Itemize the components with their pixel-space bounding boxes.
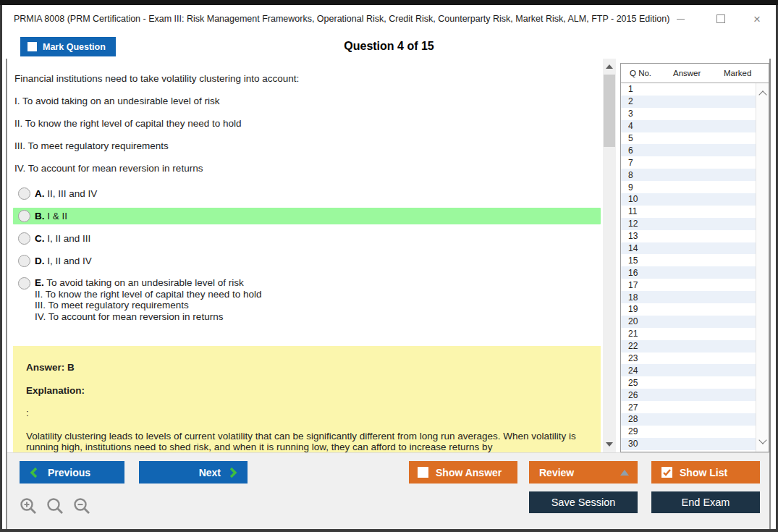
question-list-row[interactable]: 14 xyxy=(621,242,756,255)
answer-explanation-panel: Answer: B Explanation: : Volatility clus… xyxy=(13,346,601,452)
zoom-out-icon[interactable] xyxy=(72,497,92,516)
content-frame: Financial institutions need to take vola… xyxy=(6,59,771,529)
question-list-row[interactable]: 21 xyxy=(621,328,756,340)
question-list-row[interactable]: 3 xyxy=(621,108,756,120)
main-scrollbar[interactable] xyxy=(603,59,616,452)
answer-option[interactable]: E. To avoid taking on an undesirable lev… xyxy=(13,275,601,324)
option-text: B. I & II xyxy=(35,211,67,222)
minimize-button[interactable] xyxy=(670,12,690,25)
question-stem: Financial institutions need to take vola… xyxy=(14,67,603,90)
question-number: 3 xyxy=(621,109,633,119)
scroll-down-icon[interactable] xyxy=(758,436,766,444)
show-answer-checkbox[interactable] xyxy=(418,467,428,478)
question-list-row[interactable]: 12 xyxy=(621,218,756,230)
question-list-row[interactable]: 30 xyxy=(621,438,756,450)
zoom-reset-icon[interactable] xyxy=(46,497,65,516)
show-answer-label: Show Answer xyxy=(436,467,502,478)
question-list-row[interactable]: 18 xyxy=(621,291,756,303)
save-session-label: Save Session xyxy=(551,497,616,508)
question-list-row[interactable]: 15 xyxy=(621,254,756,266)
question-list-row[interactable]: 25 xyxy=(621,376,756,389)
question-list-row[interactable]: 5 xyxy=(621,132,756,145)
question-number: 8 xyxy=(621,170,633,180)
question-statement: I. To avoid taking on an undesirable lev… xyxy=(14,90,603,112)
option-text: D. I, II and IV xyxy=(35,256,92,267)
scroll-up-icon[interactable] xyxy=(606,64,613,69)
question-number: 18 xyxy=(621,292,638,303)
close-button[interactable]: × xyxy=(747,12,767,25)
question-list-panel: Q No. Answer Marked 12345678910111213141… xyxy=(620,63,769,452)
question-list-row[interactable]: 22 xyxy=(621,340,756,352)
next-label: Next xyxy=(199,467,221,478)
previous-button[interactable]: Previous xyxy=(20,461,124,484)
scroll-down-icon[interactable] xyxy=(606,442,613,447)
scroll-up-icon[interactable] xyxy=(758,90,766,98)
question-list-row[interactable]: 27 xyxy=(621,401,756,413)
question-list-row[interactable]: 29 xyxy=(621,426,756,438)
answer-option[interactable]: A. II, III and IV xyxy=(13,185,601,202)
question-list-row[interactable]: 1 xyxy=(621,83,756,96)
radio-button[interactable] xyxy=(18,277,30,290)
question-list-row[interactable]: 16 xyxy=(621,266,756,279)
options-list: A. II, III and IVB. I & IIC. I, II and I… xyxy=(7,185,603,324)
question-list-row[interactable]: 26 xyxy=(621,389,756,401)
zoom-in-icon[interactable] xyxy=(19,497,38,516)
explanation-text: Volatility clustering leads to levels of… xyxy=(26,431,588,453)
question-list-row[interactable]: 28 xyxy=(621,413,756,426)
zoom-controls xyxy=(19,497,92,516)
radio-button[interactable] xyxy=(18,232,30,245)
option-text: A. II, III and IV xyxy=(35,188,97,200)
question-number: 29 xyxy=(621,426,638,436)
question-number: 11 xyxy=(621,206,637,216)
question-list-row[interactable]: 6 xyxy=(621,144,756,156)
question-list-row[interactable]: 13 xyxy=(621,230,756,242)
show-answer-button[interactable]: Show Answer xyxy=(409,461,517,484)
question-list-row[interactable]: 2 xyxy=(621,96,756,108)
question-statement: IV. To account for mean reversion in ret… xyxy=(14,157,603,180)
column-answer: Answer xyxy=(673,69,724,77)
show-list-button[interactable]: Show List xyxy=(651,461,760,484)
question-list-row[interactable]: 11 xyxy=(621,206,756,218)
question-list-row[interactable]: 23 xyxy=(621,352,756,365)
answer-label: Answer: B xyxy=(26,362,588,373)
maximize-button[interactable] xyxy=(711,12,731,25)
question-list-row[interactable]: 9 xyxy=(621,181,756,193)
check-icon xyxy=(663,469,671,476)
question-number: 21 xyxy=(621,329,638,339)
question-number: 15 xyxy=(621,256,638,266)
question-list-row[interactable]: 24 xyxy=(621,364,756,376)
show-list-checkbox[interactable] xyxy=(661,467,672,478)
option-text: E. To avoid taking on an undesirable lev… xyxy=(35,277,261,322)
end-exam-button[interactable]: End Exam xyxy=(651,491,760,513)
maximize-icon xyxy=(716,14,725,23)
question-number: 17 xyxy=(621,280,638,290)
question-number: 30 xyxy=(621,439,638,449)
save-session-button[interactable]: Save Session xyxy=(529,491,638,513)
next-button[interactable]: Next xyxy=(139,461,248,484)
answer-option[interactable]: D. I, II and IV xyxy=(13,253,601,269)
question-statement: II. To know the right level of capital t… xyxy=(14,112,603,135)
question-number: 9 xyxy=(621,182,633,193)
explanation-label: Explanation: xyxy=(26,385,588,397)
answer-option[interactable]: C. I, II and III xyxy=(13,230,601,247)
radio-button[interactable] xyxy=(18,210,30,222)
minimize-icon xyxy=(677,19,685,20)
question-list-row[interactable]: 4 xyxy=(621,120,756,132)
question-list-row[interactable]: 19 xyxy=(621,303,756,316)
question-list-row[interactable]: 20 xyxy=(621,316,756,328)
question-list-scrollbar[interactable] xyxy=(756,83,769,452)
question-list-row[interactable]: 10 xyxy=(621,193,756,206)
review-button[interactable]: Review xyxy=(529,461,638,484)
question-list-body: 1234567891011121314151617181920212223242… xyxy=(621,83,756,452)
question-list-row[interactable]: 8 xyxy=(621,169,756,181)
chevron-right-icon xyxy=(229,467,237,478)
window-title: PRMIA 8008 (PRM Certification - Exam III… xyxy=(14,14,669,24)
scrollbar-thumb[interactable] xyxy=(604,75,615,147)
radio-button[interactable] xyxy=(18,255,30,267)
question-list-row[interactable]: 7 xyxy=(621,156,756,169)
question-number: 12 xyxy=(621,219,638,229)
question-list-row[interactable]: 17 xyxy=(621,279,756,291)
radio-button[interactable] xyxy=(18,187,30,200)
answer-option[interactable]: B. I & II xyxy=(13,208,601,224)
title-bar: PRMIA 8008 (PRM Certification - Exam III… xyxy=(2,5,776,32)
